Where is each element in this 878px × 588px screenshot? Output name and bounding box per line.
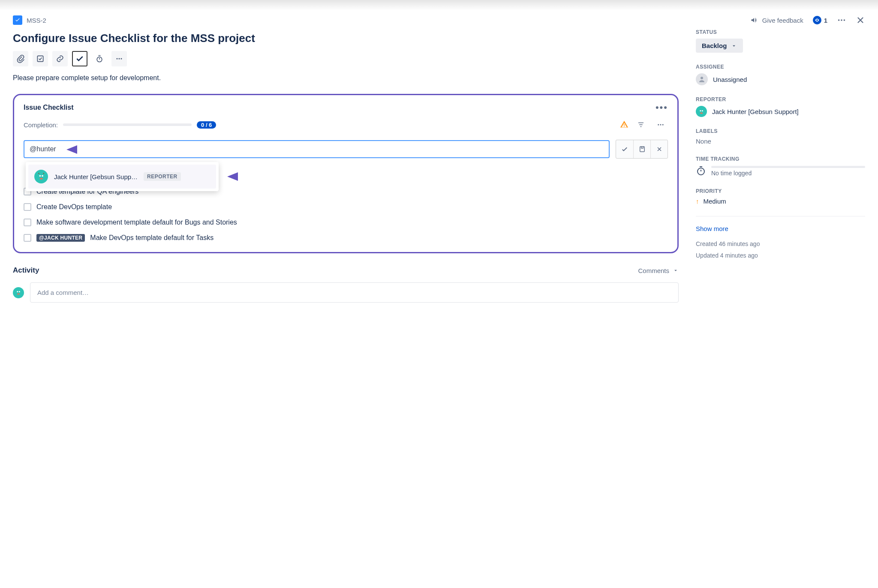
warning-icon[interactable] [620,120,628,130]
svg-point-6 [119,58,120,60]
mention-suggestion-item[interactable]: Jack Hunter [Gebsun Supp… REPORTER [28,165,216,189]
stopwatch-icon [696,165,706,177]
close-button[interactable] [856,15,865,25]
svg-point-5 [117,58,118,60]
svg-point-9 [660,124,662,126]
svg-point-1 [841,19,842,21]
svg-point-16 [15,288,22,296]
svg-point-24 [700,112,703,114]
checklist-button[interactable] [72,51,87,66]
breadcrumb[interactable]: MSS-2 [13,15,46,25]
checklist-input[interactable] [24,140,610,158]
svg-rect-3 [37,56,43,61]
checklist-title: Issue Checklist [24,104,74,111]
svg-point-8 [658,124,659,126]
comment-input[interactable]: Add a comment… [30,282,679,303]
svg-point-12 [36,172,46,181]
activity-section: Activity Comments Add a comment… [13,266,679,303]
status-label: STATUS [696,29,865,35]
attach-button[interactable] [13,51,28,66]
filter-button[interactable] [634,117,648,132]
checklist-item[interactable]: Create DevOps template [24,203,668,211]
labels-label: LABELS [696,128,865,134]
chevron-down-icon [673,267,679,273]
mention-chip: @JACK HUNTER [36,234,85,242]
svg-point-20 [701,77,703,79]
priority-field[interactable]: ↑ Medium [696,198,865,205]
time-tracking-field[interactable]: No time logged [696,165,865,177]
svg-point-0 [838,19,840,21]
reporter-field[interactable]: Jack Hunter [Gebsun Support] [696,106,865,117]
assignee-label: ASSIGNEE [696,64,865,70]
activity-title: Activity [13,266,39,275]
give-feedback-button[interactable]: Give feedback [750,16,803,24]
labels-field[interactable]: None [696,138,865,145]
more-actions-button[interactable] [837,15,846,25]
svg-point-15 [39,178,42,180]
reporter-label: REPORTER [696,96,865,102]
priority-icon: ↑ [696,198,699,205]
time-tracking-label: TIME TRACKING [696,156,865,162]
checklist-panel: Issue Checklist ••• Completion: 0 / 6 [13,94,679,253]
megaphone-icon [750,16,759,24]
user-avatar [696,106,707,117]
checkbox[interactable] [24,219,31,226]
svg-point-17 [17,291,18,292]
timer-button[interactable] [92,51,107,66]
priority-label: PRIORITY [696,188,865,194]
svg-rect-11 [640,147,644,152]
save-template-button[interactable] [633,140,650,158]
svg-point-18 [19,291,20,292]
updated-timestamp: Updated 4 minutes ago [696,250,865,261]
watch-button[interactable]: 1 [813,16,827,24]
show-more-link[interactable]: Show more [696,225,865,232]
svg-point-23 [702,110,703,111]
svg-point-13 [39,175,41,177]
issue-description[interactable]: Please prepare complete setup for develo… [13,74,679,82]
checklist-items: Create template for QA engineers Create … [24,188,668,242]
toolbar-more-button[interactable] [111,51,127,66]
completion-label: Completion: [24,121,58,129]
svg-point-10 [662,124,664,126]
svg-point-7 [121,58,122,60]
current-user-avatar [13,287,24,298]
issue-type-icon [13,15,22,25]
panel-more-button[interactable]: ••• [655,105,668,110]
checkbox[interactable] [24,203,31,211]
toolbar [13,51,679,66]
created-timestamp: Created 46 minutes ago [696,238,865,250]
checkbox[interactable] [24,234,31,242]
svg-point-21 [698,108,705,115]
progress-badge: 0 / 6 [197,121,216,129]
svg-point-14 [42,175,43,177]
issue-key[interactable]: MSS-2 [27,17,46,24]
confirm-button[interactable] [616,140,633,158]
svg-point-2 [844,19,845,21]
checklist-item[interactable]: @JACK HUNTER Make DevOps template defaul… [24,234,668,242]
cancel-button[interactable] [650,140,668,158]
chevron-down-icon [731,43,737,49]
svg-point-19 [17,294,20,295]
eye-icon [813,16,821,24]
assignee-field[interactable]: Unassigned [696,73,865,85]
person-icon [696,73,708,85]
checklist-item[interactable]: Make software development template defau… [24,219,668,226]
suggestion-role: REPORTER [144,172,181,181]
subtask-button[interactable] [33,51,48,66]
issue-title[interactable]: Configure Issue Checklist for the MSS pr… [13,32,679,45]
link-button[interactable] [52,51,68,66]
input-actions [616,140,668,159]
suggestion-name: Jack Hunter [Gebsun Supp… [54,173,138,180]
progress-bar [63,123,192,126]
status-dropdown[interactable]: Backlog [696,39,743,53]
mention-suggestion-popup: Jack Hunter [Gebsun Supp… REPORTER [26,162,219,191]
user-avatar [34,170,48,183]
activity-filter-dropdown[interactable]: Comments [638,267,679,274]
svg-point-22 [700,110,701,111]
checklist-actions-button[interactable] [653,117,668,132]
